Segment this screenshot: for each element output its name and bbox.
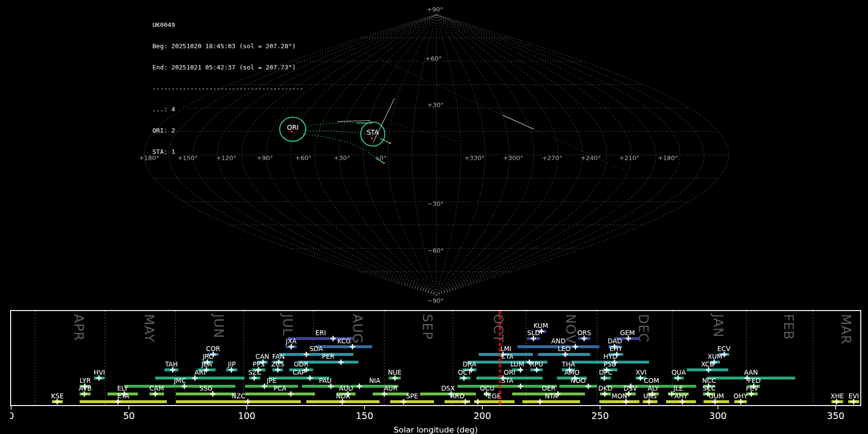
shower-peak-marker-XVI (637, 376, 643, 381)
month-label-jul: JUL (280, 313, 295, 336)
x-axis-title: Solar longitude (deg) (393, 425, 477, 434)
shower-peak-marker-PCA (288, 392, 293, 397)
shower-label-NDA: NDA (336, 392, 350, 400)
x-tick-label-150: 150 (356, 410, 373, 421)
shower-peak-marker-RPU (534, 367, 539, 373)
x-tick-label-250: 250 (591, 410, 609, 421)
trail-end-marker (389, 142, 391, 144)
shower-label-AUR: AUR (384, 384, 398, 392)
shower-peak-marker-QUA (676, 376, 681, 381)
shower-label-JXA: JXA (285, 337, 297, 345)
shower-peak-marker-ECV (721, 352, 727, 357)
month-label-mar: MAR (839, 314, 854, 345)
shower-label-AUD: AUD (339, 384, 353, 392)
shower-label-AAN: AAN (744, 368, 758, 376)
shower-label-NIA: NIA (369, 377, 380, 384)
shower-label-MON: MON (611, 392, 627, 400)
shower-label-LYR: LYR (80, 377, 91, 384)
shower-peak-marker-FEV (749, 392, 754, 397)
shower-bar-MON (599, 400, 639, 403)
shower-peak-marker-XCB (706, 367, 711, 373)
shower-label-LMI: LMI (500, 345, 511, 353)
chart-frame (11, 311, 861, 406)
x-tick-label-50: 50 (123, 410, 135, 421)
shower-bar-ARI (155, 377, 244, 380)
shower-peak-marker-PER (338, 360, 343, 365)
shower-bar-NOO (559, 385, 597, 388)
shower-peak-marker-JPE (262, 384, 267, 389)
shower-label-GDR: GDR (294, 360, 308, 368)
shower-label-EVI: EVI (848, 392, 859, 400)
shower-label-LEO: LEO (558, 345, 571, 353)
shower-label-RPU: RPU (530, 360, 543, 368)
shower-peak-marker-ERI (330, 336, 336, 341)
shower-peak-marker-CAM (153, 392, 158, 397)
shower-peak-marker-JLE (669, 392, 674, 397)
shower-bar-PCA (245, 393, 315, 395)
shower-label-GEM: GEM (620, 329, 635, 337)
shower-peak-marker-PAU (328, 384, 333, 389)
activity-chart: APRMAYJUNJULAUGSEPOCTNOVDECJANFEBMARKUME… (10, 310, 861, 434)
shower-peak-marker-JMC (182, 384, 187, 389)
shower-label-ORI: ORI (504, 368, 515, 376)
shower-label-DSV: DSV (624, 384, 637, 392)
shower-label-SPE: SPE (406, 392, 418, 400)
shower-label-HVI: HVI (94, 368, 105, 376)
month-label-may: MAY (142, 314, 157, 342)
shower-bar-NZC (176, 400, 301, 403)
shower-bar-DSX (420, 393, 476, 395)
shower-label-ECV: ECV (718, 345, 731, 353)
sporadic-trail (503, 115, 534, 129)
shower-peak-marker-NTA (537, 399, 542, 405)
shower-peak-marker-NIA (357, 384, 362, 389)
shower-label-JMC: JMC (174, 377, 186, 384)
shower-peak-marker-AVB (81, 392, 87, 397)
shower-label-ARD: ARD (450, 392, 464, 400)
shower-label-DAD: DAD (608, 337, 622, 345)
shower-label-URS: URS (643, 392, 657, 400)
shower-label-TAH: TAH (164, 360, 178, 368)
shower-bar-JMC (124, 385, 235, 388)
lat-label: +30° (427, 101, 444, 108)
lat-label: +90° (427, 6, 443, 13)
shower-label-CAM: CAM (149, 384, 164, 392)
lat-label: +60° (425, 55, 442, 62)
lon-label: +240° (581, 154, 601, 162)
shower-bar-SPE (390, 400, 434, 403)
shower-label-KCG: KCG (338, 337, 351, 345)
lon-label: +90° (257, 154, 273, 162)
shower-label-XHE: XHE (830, 392, 844, 400)
shower-bar-NTA (522, 400, 580, 403)
shower-label-ARI: ARI (194, 368, 205, 376)
shower-label-PSU: PSU (604, 360, 617, 368)
shower-label-HYD: HYD (603, 353, 617, 360)
shower-peak-marker-GUM (712, 399, 718, 405)
shower-label-ELY: ELY (117, 384, 128, 392)
month-label-oct: OCT (491, 314, 506, 343)
lon-label: +330° (464, 154, 485, 162)
shower-peak-marker-HVI (96, 376, 102, 381)
sporadic-trail-extension (395, 124, 458, 141)
month-label-jun: JUN (211, 313, 226, 339)
shower-label-CAN: CAN (256, 353, 270, 360)
shower-peak-marker-NOO (585, 384, 591, 389)
shower-peak-marker-JIP (229, 367, 234, 373)
shower-label-NTA: NTA (545, 392, 558, 400)
shower-label-NZC: NZC (231, 392, 245, 400)
shower-peak-marker-URS (647, 399, 652, 405)
shower-peak-marker-DPC (602, 376, 607, 381)
shower-peak-marker-EGE (475, 399, 480, 405)
shower-trail-extension (305, 122, 357, 126)
shower-peak-marker-AHY (679, 399, 685, 405)
shower-bar-AUR (373, 393, 408, 395)
shower-label-CTA: CTA (501, 353, 514, 360)
month-label-sep: SEP (420, 314, 435, 339)
shower-peak-marker-DKD (602, 392, 608, 397)
shower-label-SZC: SZC (248, 368, 261, 376)
shower-label-COM: COM (644, 377, 659, 384)
radiant-label-sta: STA (366, 128, 379, 136)
sporadic-trail-extension (367, 54, 626, 171)
shower-peak-marker-AND (573, 344, 578, 350)
shower-label-FED: FED (748, 377, 761, 384)
shower-label-OCU: OCU (480, 384, 494, 392)
